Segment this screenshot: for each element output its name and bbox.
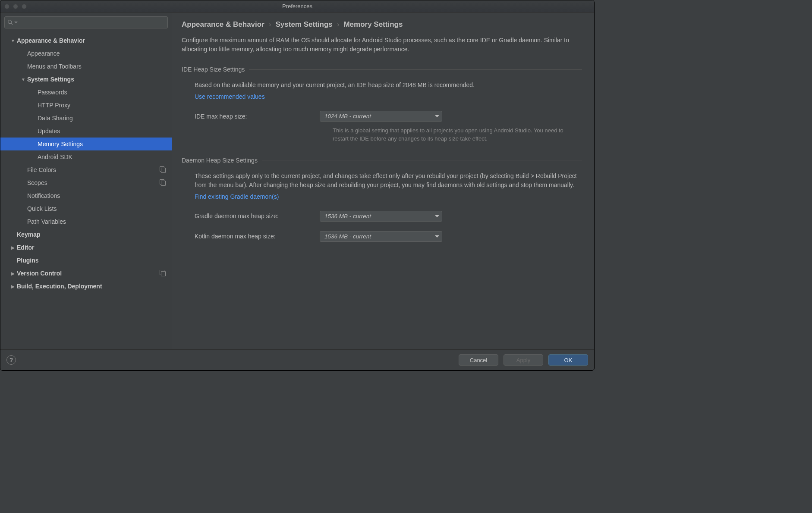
kotlin-heap-select[interactable]: 1536 MB - current (320, 231, 442, 242)
chevron-down-icon (435, 115, 439, 117)
sidebar-item-label: Appearance (27, 50, 172, 57)
cancel-button[interactable]: Cancel (459, 354, 498, 366)
sidebar-item-passwords[interactable]: Passwords (0, 86, 172, 99)
sidebar-item-version-control[interactable]: ▶Version Control (0, 267, 172, 280)
daemon-heap-body: These settings apply only to the current… (182, 172, 582, 242)
sidebar-item-label: HTTP Proxy (38, 102, 172, 109)
ide-max-heap-select[interactable]: 1024 MB - current (320, 111, 442, 122)
sidebar-item-menus-and-toolbars[interactable]: Menus and Toolbars (0, 60, 172, 73)
search-history-icon[interactable] (14, 22, 18, 23)
breadcrumb: Appearance & Behavior › System Settings … (182, 20, 582, 29)
gradle-heap-label: Gradle daemon max heap size: (195, 213, 320, 219)
find-gradle-daemons-link[interactable]: Find existing Gradle daemon(s) (195, 193, 279, 200)
sidebar-item-label: Path Variables (27, 218, 172, 225)
ide-heap-header-label: IDE Heap Size Settings (182, 66, 245, 73)
sidebar-item-memory-settings[interactable]: Memory Settings (0, 138, 172, 150)
sidebar-item-path-variables[interactable]: Path Variables (0, 215, 172, 228)
sidebar-item-plugins[interactable]: Plugins (0, 254, 172, 267)
breadcrumb-system-settings: System Settings (275, 20, 332, 29)
ide-heap-header: IDE Heap Size Settings (182, 66, 582, 73)
gradle-heap-row: Gradle daemon max heap size: 1536 MB - c… (195, 211, 578, 222)
titlebar: Preferences (0, 0, 594, 13)
sidebar-item-appearance[interactable]: Appearance (0, 47, 172, 60)
search-wrapper (0, 13, 172, 32)
help-button[interactable]: ? (6, 355, 16, 365)
window-body: ▼Appearance & BehaviorAppearanceMenus an… (0, 13, 594, 350)
sidebar-item-system-settings[interactable]: ▼System Settings (0, 73, 172, 86)
chevron-down-icon (435, 215, 439, 217)
sidebar-item-label: Data Sharing (38, 115, 172, 122)
sidebar-item-android-sdk[interactable]: Android SDK (0, 150, 172, 163)
sidebar-item-label: Editor (17, 244, 172, 251)
project-overrides-icon (160, 166, 166, 174)
sidebar-item-label: Menus and Toolbars (27, 63, 172, 70)
ide-heap-body: Based on the available memory and your c… (182, 81, 582, 143)
chevron-down-icon (435, 235, 439, 238)
chevron-right-icon[interactable]: ▶ (9, 271, 17, 276)
sidebar-item-data-sharing[interactable]: Data Sharing (0, 112, 172, 125)
window-title: Preferences (0, 3, 594, 9)
ide-max-heap-value: 1024 MB - current (324, 113, 371, 119)
search-box[interactable] (4, 16, 168, 28)
window-controls (0, 4, 27, 9)
chevron-down-icon[interactable]: ▼ (9, 38, 17, 43)
ide-max-heap-row: IDE max heap size: 1024 MB - current (195, 111, 578, 122)
sidebar-item-label: Notifications (27, 192, 172, 199)
preferences-window: Preferences ▼Appearance & BehaviorAppear… (0, 0, 595, 371)
sidebar-item-label: Appearance & Behavior (17, 37, 172, 44)
use-recommended-link[interactable]: Use recommended values (195, 93, 265, 100)
chevron-down-icon[interactable]: ▼ (19, 77, 27, 82)
sidebar-item-http-proxy[interactable]: HTTP Proxy (0, 99, 172, 112)
search-input[interactable] (19, 19, 167, 26)
ok-button[interactable]: OK (548, 354, 588, 366)
footer: ? Cancel Apply OK (0, 350, 594, 370)
daemon-heap-header-label: Daemon Heap Size Settings (182, 157, 258, 164)
kotlin-heap-row: Kotlin daemon max heap size: 1536 MB - c… (195, 231, 578, 242)
search-icon (7, 19, 13, 25)
sidebar-item-notifications[interactable]: Notifications (0, 189, 172, 202)
sidebar-item-label: Passwords (38, 89, 172, 96)
sidebar-item-label: Keymap (17, 231, 172, 238)
chevron-right-icon[interactable]: ▶ (9, 245, 17, 250)
kotlin-heap-value: 1536 MB - current (324, 233, 371, 240)
breadcrumb-sep: › (337, 20, 340, 29)
sidebar-item-label: Updates (38, 128, 172, 135)
ide-heap-hint: This is a global setting that applies to… (195, 127, 578, 143)
project-overrides-icon (160, 270, 166, 277)
zoom-window-icon[interactable] (22, 4, 27, 9)
separator-line (262, 160, 582, 160)
kotlin-heap-label: Kotlin daemon max heap size: (195, 233, 320, 240)
sidebar-item-quick-lists[interactable]: Quick Lists (0, 202, 172, 215)
svg-point-0 (8, 20, 12, 24)
daemon-heap-header: Daemon Heap Size Settings (182, 157, 582, 164)
apply-button[interactable]: Apply (504, 354, 543, 366)
gradle-heap-select[interactable]: 1536 MB - current (320, 211, 442, 222)
sidebar-item-editor[interactable]: ▶Editor (0, 241, 172, 254)
breadcrumb-appearance-behavior: Appearance & Behavior (182, 20, 264, 29)
sidebar-item-label: File Colors (27, 166, 160, 173)
sidebar-item-appearance-behavior[interactable]: ▼Appearance & Behavior (0, 34, 172, 47)
sidebar-item-label: System Settings (27, 76, 172, 83)
minimize-window-icon[interactable] (13, 4, 18, 9)
sidebar-item-file-colors[interactable]: File Colors (0, 163, 172, 176)
sidebar-item-label: Version Control (17, 270, 160, 277)
sidebar-item-label: Memory Settings (38, 141, 172, 147)
content-pane: Appearance & Behavior › System Settings … (172, 13, 594, 349)
svg-line-1 (11, 23, 13, 25)
chevron-right-icon[interactable]: ▶ (9, 284, 17, 289)
sidebar-item-keymap[interactable]: Keymap (0, 228, 172, 241)
sidebar: ▼Appearance & BehaviorAppearanceMenus an… (0, 13, 172, 349)
sidebar-item-label: Scopes (27, 179, 160, 186)
page-description: Configure the maximum amount of RAM the … (182, 36, 582, 54)
breadcrumb-sep: › (269, 20, 271, 29)
sidebar-item-label: Android SDK (38, 153, 172, 160)
project-overrides-icon (160, 179, 166, 187)
sidebar-item-scopes[interactable]: Scopes (0, 176, 172, 189)
sidebar-tree: ▼Appearance & BehaviorAppearanceMenus an… (0, 32, 172, 349)
sidebar-item-updates[interactable]: Updates (0, 125, 172, 138)
ide-recommendation-text: Based on the available memory and your c… (195, 81, 578, 90)
sidebar-item-build-execution-deployment[interactable]: ▶Build, Execution, Deployment (0, 280, 172, 293)
close-window-icon[interactable] (4, 4, 9, 9)
ide-max-heap-label: IDE max heap size: (195, 113, 320, 120)
breadcrumb-memory-settings: Memory Settings (343, 20, 403, 29)
